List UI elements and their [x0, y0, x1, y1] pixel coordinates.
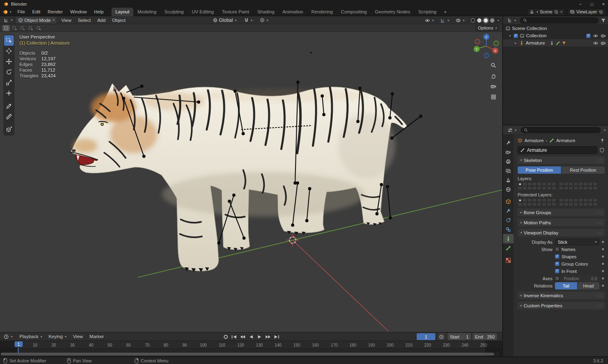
- layer-toggle[interactable]: [574, 186, 578, 190]
- timeline-scrollbar[interactable]: [1, 353, 499, 355]
- relations-head-button[interactable]: Head: [578, 282, 600, 289]
- prev-keyframe-button[interactable]: [239, 334, 246, 340]
- layer-toggle[interactable]: [569, 182, 573, 186]
- workspace-tab-scripting[interactable]: Scripting: [414, 8, 441, 16]
- play-button[interactable]: [256, 334, 263, 340]
- start-frame-field[interactable]: Start 1: [447, 333, 471, 340]
- layer-toggle[interactable]: [542, 202, 546, 206]
- layer-toggle[interactable]: [559, 198, 563, 202]
- relations-tail-button[interactable]: Tail: [555, 282, 577, 289]
- navigation-gizmo[interactable]: Z Y X: [469, 32, 502, 64]
- new-viewlayer-icon[interactable]: [599, 10, 603, 14]
- drag-handle-icon[interactable]: ::::: [597, 158, 603, 162]
- breadcrumb-data[interactable]: Armature: [556, 138, 575, 143]
- menu-help[interactable]: Help: [90, 8, 107, 16]
- close-button[interactable]: ×: [602, 2, 605, 6]
- properties-tab-object-data[interactable]: [503, 234, 514, 243]
- layer-toggle[interactable]: [542, 182, 546, 186]
- layer-toggle[interactable]: [552, 186, 556, 190]
- viewlayer-selector[interactable]: ViewLayer: [567, 9, 606, 15]
- workspace-tab-geometry-nodes[interactable]: Geometry Nodes: [371, 8, 414, 16]
- layer-toggle[interactable]: [518, 182, 522, 186]
- layer-toggle[interactable]: [564, 182, 568, 186]
- properties-options-icon[interactable]: ▾: [604, 128, 606, 132]
- layer-toggle[interactable]: [559, 186, 563, 190]
- layer-toggle[interactable]: [522, 182, 527, 186]
- animate-dot[interactable]: [602, 241, 604, 243]
- layer-toggle[interactable]: [583, 198, 588, 202]
- layer-toggle[interactable]: [569, 198, 573, 202]
- scrollbar-handle[interactable]: [1, 353, 494, 355]
- selectable-checkbox[interactable]: [586, 34, 591, 38]
- menu-file[interactable]: File: [14, 8, 29, 16]
- properties-tab-modifiers[interactable]: [503, 206, 514, 215]
- new-scene-icon[interactable]: [554, 10, 559, 14]
- group-colors-checkbox[interactable]: [555, 262, 559, 266]
- axes-checkbox[interactable]: [555, 276, 559, 281]
- jump-to-end-button[interactable]: [273, 334, 280, 340]
- scene-selector[interactable]: ▾ Scene ×: [527, 9, 565, 15]
- layer-toggle[interactable]: [522, 202, 527, 206]
- gizmos-toggle-button[interactable]: ▾: [438, 17, 451, 23]
- armature-data-icon[interactable]: [556, 41, 560, 45]
- layer-toggle[interactable]: [532, 182, 537, 186]
- animate-dot[interactable]: [602, 255, 604, 258]
- layer-toggle[interactable]: [527, 202, 532, 206]
- mode-select-button[interactable]: Object Mode ▾: [16, 17, 56, 23]
- timeline-editor-type-button[interactable]: ▾: [2, 333, 15, 340]
- layer-toggle[interactable]: [593, 186, 597, 190]
- layer-toggle[interactable]: [537, 182, 542, 186]
- camera-view-button[interactable]: [488, 82, 499, 91]
- disclosure-icon[interactable]: ▾: [508, 34, 512, 38]
- layer-toggle[interactable]: [527, 198, 532, 202]
- layer-toggle[interactable]: [593, 198, 597, 202]
- properties-tab-output[interactable]: [503, 157, 514, 166]
- keying-set-button[interactable]: [438, 333, 445, 340]
- layer-toggle[interactable]: [542, 186, 546, 190]
- wireframe-shading-button[interactable]: [471, 18, 475, 23]
- cursor-tool[interactable]: [4, 46, 14, 56]
- material-preview-shading-button[interactable]: [484, 18, 488, 23]
- viewport-display-panel-header[interactable]: ▾ Viewport Display ::::: [518, 229, 605, 236]
- transform-tool[interactable]: [4, 88, 14, 98]
- layer-toggle[interactable]: [532, 198, 537, 202]
- overlays-toggle-button[interactable]: ▾: [454, 17, 467, 23]
- modifier-marker-icon[interactable]: [562, 41, 566, 45]
- properties-tab-constraints[interactable]: [503, 225, 514, 234]
- properties-search-input[interactable]: [521, 127, 601, 133]
- pose-position-button[interactable]: Pose Position: [518, 166, 561, 174]
- layer-toggle[interactable]: [518, 198, 522, 202]
- layer-toggle[interactable]: [547, 182, 551, 186]
- current-frame-field[interactable]: 1: [417, 333, 435, 340]
- layer-toggle[interactable]: [559, 202, 563, 206]
- layer-toggle[interactable]: [547, 202, 551, 206]
- viewport-menu-object[interactable]: Object: [109, 18, 128, 23]
- workspace-tab-uv-editing[interactable]: UV Editing: [188, 8, 218, 16]
- disclosure-icon[interactable]: ▸: [514, 41, 518, 45]
- maximize-button[interactable]: □: [591, 2, 593, 6]
- drag-handle-icon[interactable]: ::::: [597, 304, 603, 308]
- timeline-menu-keying[interactable]: Keying▾: [45, 334, 70, 339]
- layer-toggle[interactable]: [537, 198, 542, 202]
- breadcrumb-object[interactable]: Armature: [525, 138, 544, 143]
- layer-toggle[interactable]: [522, 198, 527, 202]
- display-as-dropdown[interactable]: Stick ▾: [555, 239, 599, 245]
- camera-icon[interactable]: [601, 33, 606, 38]
- add-workspace-button[interactable]: +: [441, 9, 450, 15]
- layer-toggle[interactable]: [552, 198, 556, 202]
- end-frame-field[interactable]: End 250: [473, 333, 497, 340]
- auto-keying-button[interactable]: [222, 334, 229, 340]
- properties-editor-type-button[interactable]: ▾: [505, 127, 518, 133]
- snap-toggle-button[interactable]: ▾: [242, 17, 255, 23]
- eye-icon[interactable]: [593, 40, 598, 46]
- options-button[interactable]: Options ▾: [475, 25, 500, 31]
- viewport-menu-view[interactable]: View: [58, 18, 75, 23]
- collection-checkbox[interactable]: [514, 34, 518, 38]
- minimize-button[interactable]: −: [579, 2, 581, 6]
- viewport-scene[interactable]: [0, 24, 502, 332]
- layer-toggle[interactable]: [578, 198, 583, 202]
- layer-toggle[interactable]: [552, 202, 556, 206]
- filter-icon[interactable]: [601, 18, 606, 23]
- properties-tab-world[interactable]: [503, 185, 514, 194]
- viewport-body[interactable]: Options ▾ User Perspective (1) Collectio: [0, 24, 502, 332]
